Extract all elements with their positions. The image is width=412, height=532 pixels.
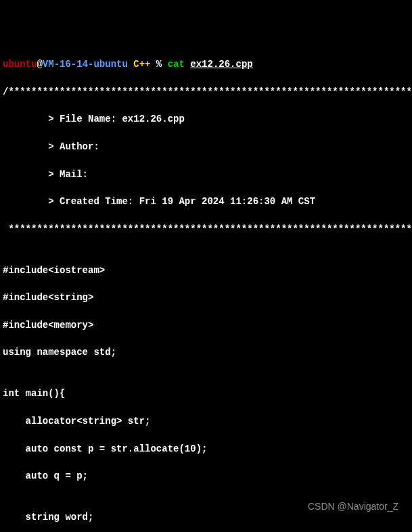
- code-include3: #include<memory>: [3, 318, 409, 332]
- prompt-line-1[interactable]: ubuntu@VM-16-14-ubuntu C++ % cat ex12.26…: [3, 57, 409, 71]
- terminal-output: ubuntu@VM-16-14-ubuntu C++ % cat ex12.26…: [3, 44, 409, 532]
- code-main2: allocator<string> str;: [3, 414, 409, 428]
- code-include2: #include<string>: [3, 291, 409, 304]
- command-arg: ex12.26.cpp: [190, 59, 252, 70]
- prompt-path: C++: [128, 59, 151, 70]
- code-main4: auto q = p;: [3, 469, 409, 483]
- code-main3: auto const p = str.allocate(10);: [3, 442, 409, 456]
- code-mail: > Mail:: [3, 168, 409, 181]
- prompt-at: @: [37, 59, 42, 70]
- command-cat: cat: [162, 59, 190, 70]
- prompt-symbol: %: [150, 59, 162, 70]
- prompt-user: ubuntu: [3, 59, 37, 70]
- code-created: > Created Time: Fri 19 Apr 2024 11:26:30…: [3, 195, 409, 208]
- watermark-text: CSDN @Navigator_Z: [308, 500, 398, 513]
- prompt-host: VM-16-14-ubuntu: [43, 59, 128, 70]
- code-sep-bottom: ****************************************…: [3, 222, 409, 236]
- code-using: using namespace std;: [3, 345, 409, 359]
- code-include1: #include<iostream>: [3, 264, 409, 277]
- code-main1: int main(){: [3, 387, 409, 400]
- code-filename: > File Name: ex12.26.cpp: [3, 112, 409, 126]
- code-sep-top: /***************************************…: [3, 85, 409, 99]
- code-author: > Author:: [3, 140, 409, 153]
